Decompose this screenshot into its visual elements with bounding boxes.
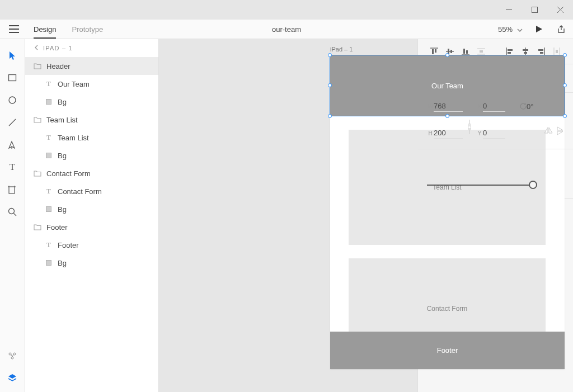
flip-horizontal-button[interactable] (544, 126, 553, 138)
layer-label: Bg (58, 205, 67, 214)
chevron-left-icon (34, 45, 39, 51)
layers-panel-header[interactable]: IPAD – 1 (25, 39, 158, 57)
layer-list: HeaderTOur TeamBgTeam ListTTeam ListBgCo… (25, 57, 158, 392)
svg-rect-12 (9, 187, 15, 193)
layer-label: Footer (46, 223, 68, 232)
layer-row[interactable]: Header (25, 57, 158, 75)
svg-rect-39 (523, 49, 528, 51)
line-tool[interactable] (4, 114, 21, 131)
chevron-down-icon (517, 25, 523, 34)
layer-label: Footer (58, 241, 79, 249)
folder-icon (33, 116, 42, 123)
x-label: X (476, 103, 483, 110)
window-close-button[interactable] (547, 0, 573, 20)
text-layer-icon: T (44, 134, 53, 142)
layer-row[interactable]: Bg (25, 254, 158, 272)
svg-rect-25 (435, 49, 436, 53)
artboard-name: IPAD – 1 (43, 45, 73, 51)
svg-point-19 (9, 353, 11, 355)
svg-marker-61 (544, 127, 548, 133)
y-input[interactable]: 0 (483, 127, 505, 139)
layer-row[interactable]: TTeam List (25, 129, 158, 147)
folder-icon (33, 170, 42, 177)
height-label: H (427, 130, 434, 136)
svg-rect-42 (538, 49, 543, 51)
selection-tool[interactable] (4, 47, 21, 64)
lock-aspect-icon[interactable] (463, 130, 476, 136)
flip-vertical-button[interactable] (556, 126, 564, 138)
svg-line-11 (9, 119, 16, 126)
window-maximize-button[interactable] (522, 0, 547, 20)
assets-panel-toggle[interactable] (4, 347, 21, 364)
svg-rect-24 (432, 49, 434, 54)
text-layer-icon: T (44, 80, 53, 88)
svg-rect-31 (466, 50, 468, 54)
layer-label: Team List (58, 134, 89, 142)
layer-label: Contact Form (58, 187, 102, 196)
svg-line-18 (14, 214, 17, 216)
rectangle-tool[interactable] (4, 69, 21, 86)
folder-icon (33, 63, 42, 69)
zoom-tool[interactable] (4, 204, 21, 220)
svg-marker-7 (536, 26, 542, 32)
svg-marker-62 (549, 127, 552, 133)
layer-label: Bg (58, 259, 67, 267)
layer-row[interactable]: Bg (25, 200, 158, 218)
text-tool[interactable]: T (4, 159, 21, 176)
layer-row[interactable]: TFooter (25, 236, 158, 254)
tab-prototype[interactable]: Prototype (72, 20, 103, 39)
width-input[interactable]: 768 (434, 101, 463, 112)
artboard-tool[interactable] (4, 181, 21, 198)
canvas[interactable]: iPad – 1 Our Team Team List Contact Form… (159, 39, 417, 392)
layer-row[interactable]: Team List (25, 111, 158, 129)
artboard-label[interactable]: iPad – 1 (330, 46, 353, 53)
window-titlebar (0, 0, 573, 20)
rotation-input[interactable]: 0° (527, 101, 543, 112)
svg-rect-34 (480, 50, 483, 53)
layer-label: Bg (58, 98, 67, 106)
svg-point-10 (9, 97, 16, 103)
layers-panel: IPAD – 1 HeaderTOur TeamBgTeam ListTTeam… (25, 39, 159, 392)
svg-rect-9 (9, 75, 16, 81)
svg-point-21 (11, 357, 13, 359)
svg-rect-43 (540, 52, 543, 54)
zoom-dropdown[interactable]: 55% (498, 25, 523, 34)
svg-rect-37 (508, 52, 511, 54)
x-input[interactable]: 0 (483, 101, 505, 112)
svg-rect-46 (556, 50, 558, 53)
layer-row[interactable]: Contact Form (25, 164, 158, 182)
height-input[interactable]: 200 (434, 127, 463, 139)
svg-point-17 (9, 209, 15, 214)
opacity-slider[interactable] (427, 185, 533, 186)
width-label: W (427, 103, 434, 110)
layer-row[interactable]: Bg (25, 93, 158, 111)
layer-row[interactable]: TOur Team (25, 75, 158, 93)
main-region: T IPAD – 1 HeaderTOur TeamBgTeam ListTTe… (0, 39, 573, 392)
layer-row[interactable]: TContact Form (25, 182, 158, 200)
layer-label: Our Team (58, 80, 90, 88)
share-button[interactable] (555, 23, 567, 35)
svg-rect-36 (508, 49, 513, 51)
hamburger-menu-button[interactable] (6, 25, 22, 33)
layer-label: Bg (58, 152, 67, 160)
svg-rect-28 (450, 50, 452, 53)
tab-design[interactable]: Design (34, 20, 56, 39)
layer-row[interactable]: Footer (25, 218, 158, 236)
pen-tool[interactable] (4, 136, 21, 153)
ellipse-tool[interactable] (4, 92, 21, 108)
window-minimize-button[interactable] (496, 0, 522, 20)
slider-knob[interactable] (529, 181, 537, 189)
svg-rect-1 (532, 7, 537, 13)
rotation-icon (520, 102, 527, 110)
svg-rect-30 (463, 49, 465, 54)
app-header: Design Prototype our-team 55% (0, 20, 573, 39)
preview-play-button[interactable] (533, 23, 545, 35)
layers-panel-toggle[interactable] (4, 370, 21, 386)
left-toolbar: T (0, 39, 25, 392)
canvas-footer-group[interactable]: Footer (330, 332, 565, 369)
document-title: our-team (272, 25, 301, 34)
text-layer-icon: T (44, 187, 53, 196)
svg-rect-40 (524, 52, 527, 54)
layer-row[interactable]: Bg (25, 147, 158, 164)
layer-label: Contact Form (46, 169, 91, 178)
